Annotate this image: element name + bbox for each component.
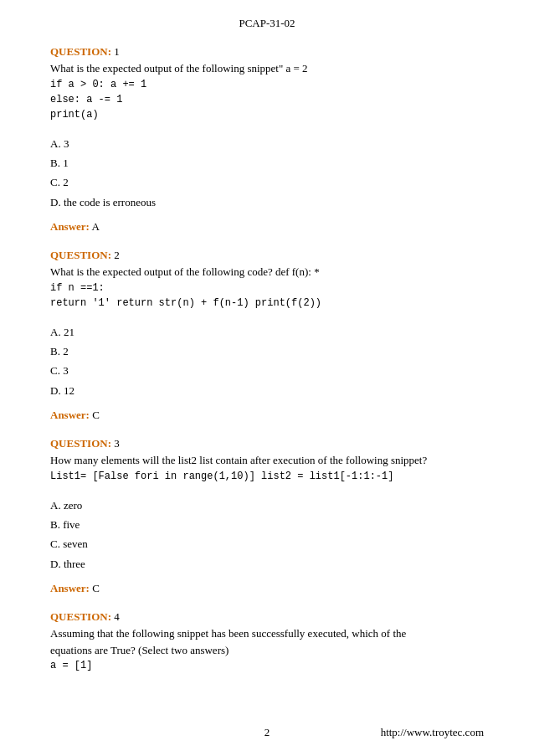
q1-option-c: C. 2 — [50, 172, 484, 192]
q3-option-c: C. seven — [50, 534, 484, 553]
question-1-code-2: else: a -= 1 — [50, 92, 484, 107]
q1-answer-value: A — [90, 220, 100, 233]
question-1-label: QUESTION: — [50, 45, 111, 58]
q1-answer-label: Answer: — [50, 220, 90, 233]
question-2-options: A. 21 B. 2 C. 3 D. 12 — [50, 322, 484, 401]
q2-answer-label: Answer: — [50, 409, 90, 421]
question-4-intro2: equations are True? (Select two answers) — [50, 644, 228, 656]
question-3-code-1: List1= [False fori in range(1,10)] list2… — [50, 469, 484, 484]
q2-answer-value: C — [90, 409, 100, 421]
question-3-intro: How many elements will the list2 list co… — [50, 452, 484, 469]
question-3-block: QUESTION: 3 How many elements will the l… — [50, 437, 484, 595]
question-4-heading: QUESTION: 4 — [50, 610, 484, 624]
question-1-options: A. 3 B. 1 C. 2 D. the code is erroneous — [50, 134, 484, 213]
header-title: PCAP-31-02 — [239, 17, 295, 29]
question-1-code-1: if a > 0: a += 1 — [50, 77, 484, 92]
question-2-intro: What is the expected output of the follo… — [50, 264, 484, 280]
question-1-intro: What is the expected output of the follo… — [50, 60, 484, 77]
question-4-number: 4 — [111, 610, 120, 623]
question-2-code-1: if n ==1: — [50, 280, 484, 296]
question-4-code-1: a = [1] — [50, 658, 484, 673]
q3-answer-label: Answer: — [50, 582, 90, 594]
question-2-heading: QUESTION: 2 — [50, 249, 484, 262]
q1-option-b: B. 1 — [50, 153, 484, 172]
question-1-code-3: print(a) — [50, 107, 484, 122]
q3-option-b: B. five — [50, 515, 484, 534]
question-1-block: QUESTION: 1 What is the expected output … — [50, 45, 484, 234]
q1-option-a: A. 3 — [50, 134, 484, 153]
question-2-block: QUESTION: 2 What is the expected output … — [50, 249, 484, 422]
question-3-options: A. zero B. five C. seven D. three — [50, 496, 484, 574]
question-3-label: QUESTION: — [50, 437, 111, 450]
question-3-answer: Answer: C — [50, 582, 484, 595]
question-4-block: QUESTION: 4 Assuming that the following … — [50, 610, 484, 673]
question-1-number: 1 — [111, 45, 120, 58]
question-3-heading: QUESTION: 3 — [50, 437, 484, 450]
q2-option-d: D. 12 — [50, 381, 484, 400]
footer-url: http://www.troytec.com — [381, 726, 484, 739]
question-4-label: QUESTION: — [50, 610, 111, 623]
page-header: PCAP-31-02 — [50, 17, 484, 30]
question-2-label: QUESTION: — [50, 249, 111, 261]
question-3-number: 3 — [111, 437, 120, 450]
question-1-answer: Answer: A — [50, 220, 484, 234]
q3-answer-value: C — [90, 582, 100, 594]
q3-option-d: D. three — [50, 554, 484, 573]
footer-page-number: 2 — [264, 726, 270, 739]
q2-option-c: C. 3 — [50, 361, 484, 380]
question-1-heading: QUESTION: 1 — [50, 45, 484, 59]
q3-option-a: A. zero — [50, 496, 484, 515]
q1-option-d: D. the code is erroneous — [50, 193, 484, 212]
question-2-answer: Answer: C — [50, 409, 484, 422]
question-2-number: 2 — [111, 249, 120, 261]
page: PCAP-31-02 QUESTION: 1 What is the expec… — [0, 0, 534, 756]
q2-option-b: B. 2 — [50, 342, 484, 361]
question-2-code-2: return '1' return str(n) + f(n-1) print(… — [50, 296, 484, 311]
question-4-intro: Assuming that the following snippet has … — [50, 625, 484, 642]
q2-option-a: A. 21 — [50, 322, 484, 342]
